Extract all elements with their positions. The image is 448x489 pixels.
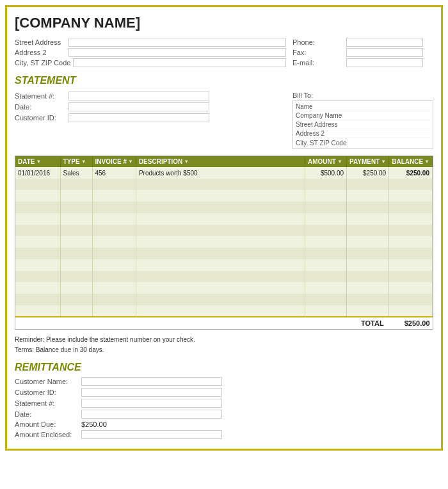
table-header-row: DATE ▼ TYPE ▼ INVOICE # ▼ [15,156,433,167]
email-label: E-mail: [292,59,344,67]
table-row [15,190,433,202]
cell-payment [347,271,389,282]
fax-label: Fax: [292,49,344,56]
cell-invoice [92,294,136,305]
remittance-input-0[interactable] [81,377,222,386]
remittance-row-1: Customer ID: [15,388,222,397]
col-header-type[interactable]: TYPE ▼ [60,156,92,167]
cell-balance [389,213,433,225]
cell-invoice [92,259,136,271]
company-name: [COMPANY NAME] [15,15,433,31]
cell-date [15,202,60,213]
remittance-section: Customer Name:Customer ID:Statement #:Da… [15,377,433,441]
remittance-left: Customer Name:Customer ID:Statement #:Da… [15,377,222,441]
cell-description [136,213,305,225]
cell-invoice [92,282,136,294]
date-input[interactable] [68,102,209,111]
remittance-input-5[interactable] [81,430,222,439]
cell-amount [305,213,347,225]
cell-date [15,213,60,225]
cell-balance [389,271,433,282]
bill-to-name: Name [296,102,430,111]
remittance-input-2[interactable] [81,399,222,408]
cell-description [136,236,305,248]
cell-description [136,294,305,305]
cell-balance [389,190,433,202]
cell-date [15,259,60,271]
cell-amount [305,236,347,248]
cell-invoice [92,248,136,259]
cell-payment [347,305,389,317]
remittance-label-2: Statement #: [15,399,79,407]
table-row [15,259,433,271]
phone-row: Phone: [292,38,433,47]
cell-balance: $250.00 [389,167,433,179]
fax-row: Fax: [292,48,433,57]
address-section: Street Address Address 2 City, ST ZIP Co… [15,38,433,68]
cell-invoice [92,225,136,236]
cell-type [60,305,92,317]
cell-payment [347,259,389,271]
statement-num-input[interactable] [68,92,209,100]
cell-amount [305,248,347,259]
cell-type [60,271,92,282]
cell-amount [305,179,347,190]
city-input[interactable] [73,58,286,67]
table-wrapper: DATE ▼ TYPE ▼ INVOICE # ▼ [15,156,433,330]
col-header-date[interactable]: DATE ▼ [15,156,60,167]
remittance-label-1: Customer ID: [15,389,79,396]
bill-to-label: Bill To: [292,92,433,99]
cell-balance [389,236,433,248]
table-row [15,225,433,236]
sort-arrow-invoice: ▼ [128,159,133,164]
cell-payment [347,213,389,225]
col-header-invoice[interactable]: INVOICE # ▼ [92,156,136,167]
cell-invoice [92,305,136,317]
col-header-amount[interactable]: AMOUNT ▼ [305,156,347,167]
email-input[interactable] [346,58,423,67]
bill-to-street: Street Address [296,120,430,129]
remittance-input-3[interactable] [81,410,222,419]
cell-payment [347,248,389,259]
statement-section: Statement #: Date: Customer ID: Bill To:… [15,92,433,149]
remittance-title: REMITTANCE [15,362,433,373]
remittance-row-0: Customer Name: [15,377,222,386]
fax-input[interactable] [346,48,423,57]
table-row [15,294,433,305]
street-input[interactable] [68,38,286,47]
cell-payment [347,225,389,236]
cell-payment [347,282,389,294]
sort-arrow-amount: ▼ [337,159,342,164]
cell-date [15,236,60,248]
table-row [15,282,433,294]
document-container: [COMPANY NAME] Street Address Address 2 … [5,5,443,451]
cell-description [136,271,305,282]
sort-arrow-balance: ▼ [424,159,429,164]
cell-payment: $250.00 [347,167,389,179]
cell-description [136,225,305,236]
cell-balance [389,282,433,294]
cell-date [15,271,60,282]
remittance-row-2: Statement #: [15,399,222,408]
table-row [15,305,433,317]
total-row: TOTAL $250.00 [15,317,433,329]
cell-type [60,225,92,236]
bill-to-company: Company Name [296,111,430,120]
customer-id-input[interactable] [68,113,209,122]
cell-amount [305,225,347,236]
col-header-description[interactable]: DESCRIPTION ▼ [136,156,305,167]
phone-input[interactable] [346,38,423,47]
address2-input[interactable] [68,48,286,57]
remittance-right [228,377,433,441]
address-left: Street Address Address 2 City, ST ZIP Co… [15,38,286,68]
table-row [15,179,433,190]
table-row [15,202,433,213]
sort-arrow-payment: ▼ [381,159,386,164]
cell-invoice [92,213,136,225]
remittance-input-1[interactable] [81,388,222,397]
remittance-row-5: Amount Enclosed: [15,430,222,439]
remittance-row-4: Amount Due:$250.00 [15,421,222,428]
col-header-payment[interactable]: PAYMENT ▼ [347,156,389,167]
statement-title: STATEMENT [15,75,433,86]
col-header-balance[interactable]: BALANCE ▼ [389,156,433,167]
